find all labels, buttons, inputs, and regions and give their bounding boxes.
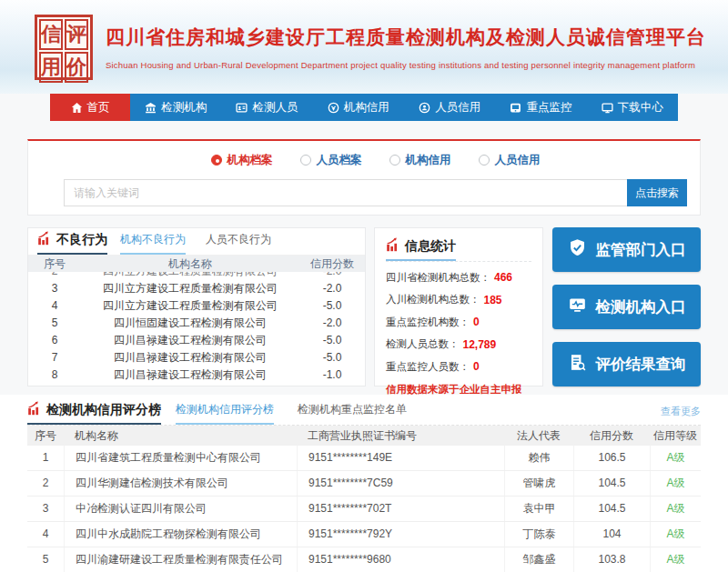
middle-row: 不良行为 机构不良行为人员不良行为 序号机构名称信用分数 2四川立方建设工程质量… bbox=[27, 227, 701, 386]
org-name: 四川昌禄建设工程检测有限公司 bbox=[81, 349, 299, 366]
credit-score: -5.0 bbox=[299, 332, 365, 349]
stat-label: 重点监控机构数： bbox=[386, 316, 470, 329]
stats-note: 信用数据来源于企业自主申报 bbox=[386, 383, 531, 396]
search-radio-group: 机构档案人员档案机构信用人员信用 bbox=[64, 152, 687, 168]
stats-list: 四川省检测机构总数：466入川检测机构总数：185重点监控机构数：0检测人员总数… bbox=[386, 271, 531, 374]
table-row[interactable]: 4四川立方建设工程质量检测有限公司-5.0 bbox=[28, 297, 365, 315]
radio-icon bbox=[211, 155, 222, 166]
ranking-title-text: 检测机构信用评分榜 bbox=[46, 402, 161, 418]
radio-icon bbox=[300, 155, 311, 166]
column-header: 工商营业执照证书编号 bbox=[297, 426, 504, 446]
table-row[interactable]: 8四川昌禄建设工程检测有限公司-1.0 bbox=[28, 366, 365, 384]
stat-value: 0 bbox=[473, 360, 480, 373]
table-row[interactable]: 5四川恒固建设工程检测有限公司-2.0 bbox=[28, 315, 365, 332]
portal-button-label: 检测机构入口 bbox=[596, 297, 686, 317]
search-input[interactable] bbox=[64, 179, 627, 206]
nav-item[interactable]: 重点监控 bbox=[495, 94, 586, 121]
site-header: 信评用价 四川省住房和城乡建设厅工程质量检测机构及检测人员诚信管理平台 Sich… bbox=[0, 0, 728, 94]
view-more-link[interactable]: 查看更多 bbox=[661, 405, 701, 418]
stats-panel: 信息统计 四川省检测机构总数：466入川检测机构总数：185重点监控机构数：0检… bbox=[374, 227, 543, 386]
bad-behavior-tab[interactable]: 人员不良行为 bbox=[206, 232, 271, 255]
org-name: 四川渝建研建设工程质量检测有限责任公司 bbox=[64, 547, 297, 572]
credit-score: -5.0 bbox=[299, 297, 365, 315]
portal-button[interactable]: 评价结果查询 bbox=[552, 342, 701, 386]
table-row[interactable]: 5四川渝建研建设工程质量检测有限责任公司9151********9680邹鑫盛1… bbox=[27, 547, 701, 572]
column-header: 法人代表 bbox=[504, 426, 573, 446]
org-name: 四川昌禄建设工程检测有限公司 bbox=[81, 366, 299, 384]
portal-button[interactable]: 监管部门入口 bbox=[552, 227, 701, 272]
search-radio[interactable]: 机构信用 bbox=[389, 153, 451, 168]
nav-item[interactable]: 检测人员 bbox=[221, 94, 312, 121]
ranking-title: 检测机构信用评分榜 bbox=[27, 401, 161, 425]
table-row[interactable]: 3四川立方建设工程质量检测有限公司-2.0 bbox=[28, 280, 365, 297]
nav-item[interactable]: 检测机构 bbox=[130, 94, 221, 121]
credit-score: 104.5 bbox=[573, 471, 650, 496]
column-header: 序号 bbox=[27, 426, 64, 446]
bad-behavior-title-text: 不良行为 bbox=[56, 232, 107, 248]
legal-representative: 邹鑫盛 bbox=[504, 547, 573, 572]
page-subtitle: Sichuan Housing and Urban-Rural Developm… bbox=[106, 60, 706, 70]
credit-score: -2.0 bbox=[299, 315, 365, 332]
bad-behavior-panel: 不良行为 机构不良行为人员不良行为 序号机构名称信用分数 2四川立方建设工程质量… bbox=[27, 227, 366, 386]
row-index: 4 bbox=[28, 297, 81, 315]
license-number: 9151********792Y bbox=[297, 522, 504, 547]
bad-behavior-table-body: 2四川立方建设工程质量检测有限公司-2.03四川立方建设工程质量检测有限公司-2… bbox=[28, 272, 365, 384]
table-row[interactable]: 4四川中水成勘院工程物探检测有限公司9151********792Y丁陈泰104… bbox=[27, 522, 701, 547]
institution-credit-icon bbox=[328, 102, 339, 114]
nav-item[interactable]: 下载中心 bbox=[587, 94, 678, 121]
bad-behavior-tab[interactable]: 机构不良行为 bbox=[120, 232, 186, 255]
row-index: 4 bbox=[27, 522, 64, 547]
ranking-tab[interactable]: 检测机构重点监控名单 bbox=[298, 402, 407, 425]
search-button[interactable]: 点击搜索 bbox=[627, 179, 687, 206]
stat-value: 185 bbox=[484, 294, 502, 306]
ranking-tab[interactable]: 检测机构信用评分榜 bbox=[176, 402, 274, 425]
row-index: 6 bbox=[28, 332, 81, 349]
bad-behavior-header: 不良行为 机构不良行为人员不良行为 bbox=[28, 228, 365, 256]
portal-button[interactable]: 检测机构入口 bbox=[552, 285, 701, 329]
home-icon bbox=[71, 102, 83, 114]
search-radio[interactable]: 人员档案 bbox=[300, 153, 362, 168]
monitor-icon bbox=[510, 102, 521, 114]
stat-label: 入川检测机构总数： bbox=[386, 293, 480, 306]
search-radio[interactable]: 机构档案 bbox=[211, 153, 273, 168]
nav-item[interactable]: 人员信用 bbox=[404, 94, 495, 121]
stats-title: 信息统计 bbox=[386, 237, 456, 261]
legal-representative: 赖伟 bbox=[504, 446, 573, 470]
credit-grade: A级 bbox=[650, 547, 701, 572]
credit-score: -1.0 bbox=[299, 366, 365, 384]
ranking-column-header: 序号机构名称工商营业执照证书编号法人代表信用分数信用等级 bbox=[27, 426, 701, 446]
table-row[interactable]: 6四川昌禄建设工程检测有限公司-5.0 bbox=[28, 332, 365, 349]
table-row[interactable]: 3中冶检测认证四川有限公司9151********702T袁中甲104.5A级 bbox=[27, 497, 701, 522]
nav-item[interactable]: 机构信用 bbox=[313, 94, 404, 121]
table-row[interactable]: 2四川华测建信检测技术有限公司9151********7C59管啸虎104.5A… bbox=[27, 471, 701, 497]
stat-item: 重点监控机构数：0 bbox=[386, 316, 531, 329]
credit-score: -5.0 bbox=[299, 349, 365, 366]
row-index: 2 bbox=[28, 272, 81, 280]
credit-grade: A级 bbox=[650, 471, 701, 496]
nav-item-label: 首页 bbox=[87, 100, 110, 115]
radio-icon bbox=[479, 155, 490, 166]
license-number: 9151********7C59 bbox=[297, 471, 504, 496]
portal-button-label: 评价结果查询 bbox=[596, 355, 686, 375]
org-name: 四川昌禄建设工程检测有限公司 bbox=[81, 332, 299, 349]
nav-item[interactable]: 首页 bbox=[50, 94, 130, 121]
download-icon bbox=[602, 102, 613, 114]
table-row-partial: 2四川立方建设工程质量检测有限公司-2.0 bbox=[28, 272, 365, 280]
column-header: 信用等级 bbox=[650, 426, 701, 446]
portal-buttons: 监管部门入口检测机构入口评价结果查询 bbox=[552, 227, 701, 386]
table-row[interactable]: 1四川省建筑工程质量检测中心有限公司9151********149E赖伟106.… bbox=[27, 446, 701, 471]
org-name: 中冶检测认证四川有限公司 bbox=[64, 497, 297, 521]
legal-representative: 丁陈泰 bbox=[504, 522, 573, 547]
credit-grade: A级 bbox=[650, 497, 701, 521]
radio-label: 人员信用 bbox=[495, 153, 541, 168]
row-index: 3 bbox=[27, 497, 64, 521]
column-header: 信用分数 bbox=[299, 256, 365, 272]
logo-char: 信 bbox=[39, 19, 63, 50]
search-row: 点击搜索 bbox=[64, 179, 687, 206]
nav-item-label: 检测机构 bbox=[161, 100, 207, 115]
legal-representative: 袁中甲 bbox=[504, 497, 573, 521]
search-radio[interactable]: 人员信用 bbox=[479, 153, 541, 168]
table-row[interactable]: 7四川昌禄建设工程检测有限公司-5.0 bbox=[28, 349, 365, 366]
bad-behavior-tabs: 机构不良行为人员不良行为 bbox=[120, 232, 271, 255]
stat-item: 检测人员总数：12,789 bbox=[386, 337, 531, 351]
